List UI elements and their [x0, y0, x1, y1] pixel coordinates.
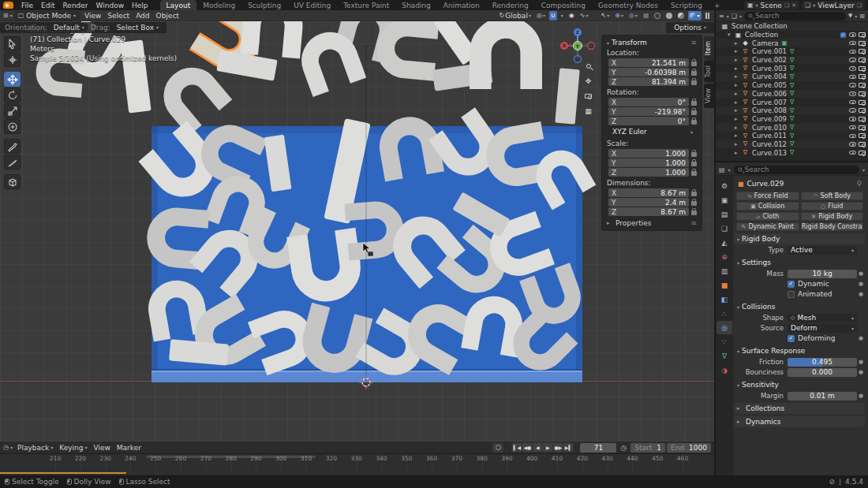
collisions-panel-header[interactable]: ▾Collisions [735, 301, 865, 312]
hide-eye-icon[interactable] [849, 50, 856, 54]
rotation-z-field[interactable]: Z0° [608, 117, 697, 125]
camera-view-icon[interactable] [582, 90, 594, 102]
zoom-view-icon[interactable] [582, 60, 594, 72]
menu-edit[interactable]: Edit [37, 1, 58, 10]
tab-sculpting[interactable]: Sculpting [241, 0, 287, 10]
editor-type-icon[interactable]: ⊞ [3, 12, 9, 19]
animate-dot[interactable]: ● [857, 270, 865, 277]
location-z-field[interactable]: Z81.394 m [608, 77, 697, 86]
dimensions-y-field[interactable]: Y2.4 m [608, 198, 697, 207]
disable-render-icon[interactable] [859, 74, 866, 79]
snap-settings-dropdown[interactable]: ▾ [559, 11, 565, 20]
network-offline-icon[interactable]: ⊘ [829, 478, 836, 486]
properties-editor-chevron[interactable]: ▾ [728, 167, 731, 173]
bounciness-slider[interactable]: 0.000 [788, 368, 857, 377]
current-frame-field[interactable]: 71 [580, 443, 616, 453]
tab-modeling[interactable]: Modeling [196, 0, 241, 10]
tab-rendering[interactable]: Rendering [486, 0, 535, 10]
properties-tab-collection[interactable]: ▥ [716, 264, 732, 278]
outliner-row-curve.008[interactable]: ▸∇Curve.008∇ [716, 106, 868, 115]
outliner-row-curve.006[interactable]: ▸∇Curve.006∇ [716, 90, 868, 99]
disable-render-icon[interactable] [859, 66, 866, 71]
disable-render-icon[interactable] [859, 133, 866, 138]
move-tool[interactable] [4, 72, 21, 87]
lock-icon[interactable] [691, 210, 697, 215]
play-button[interactable]: ▶ [543, 443, 552, 452]
outliner-row-curve.009[interactable]: ▸∇Curve.009∇ [716, 115, 868, 124]
animate-dot[interactable]: ● [857, 281, 865, 287]
outliner-row-curve.005[interactable]: ▸∇Curve.005∇ [716, 81, 868, 90]
cloth-button[interactable]: ▱Cloth [736, 212, 799, 221]
lock-icon[interactable] [691, 192, 697, 196]
timeline-menu-marker[interactable]: Marker [114, 444, 144, 452]
collections-panel-header[interactable]: ▸Collections [735, 403, 865, 414]
viewport-3d[interactable]: ⊞▾ □ Object Mode ▾ ViewSelectAddObject ↻… [0, 10, 714, 441]
animate-dot[interactable]: ● [857, 291, 865, 297]
properties-tab-object-data[interactable]: ∇ [716, 349, 732, 363]
surface-response-panel-header[interactable]: ▾Surface Response [735, 345, 865, 356]
timeline-menu-playback[interactable]: Playback▾ [14, 444, 56, 452]
curve-object[interactable] [164, 68, 226, 130]
lock-icon[interactable] [691, 120, 697, 125]
lock-icon[interactable] [691, 201, 697, 206]
outliner-row-curve.007[interactable]: ▸∇Curve.007∇ [716, 98, 868, 106]
disable-render-icon[interactable] [859, 49, 866, 54]
prev-keyframe-button[interactable]: ◀● [522, 443, 532, 452]
editor-type-chevron[interactable]: ▾ [10, 13, 13, 18]
dimensions-z-field[interactable]: Z8.67 m [608, 207, 697, 216]
proportional-editing-toggle[interactable]: ◉ [567, 11, 576, 20]
disable-render-icon[interactable] [859, 41, 866, 46]
tab-compositing[interactable]: Compositing [535, 0, 592, 10]
add-workspace-button[interactable]: + [710, 1, 724, 10]
viewport-menu-object[interactable]: Object [153, 12, 182, 20]
viewport-menu-view[interactable]: View [81, 12, 104, 20]
cursor-tool[interactable] [4, 52, 21, 67]
outliner-row-curve.010[interactable]: ▸∇Curve.010∇ [716, 123, 868, 132]
outliner-editor-chevron[interactable]: ▾ [727, 13, 729, 19]
lock-icon[interactable] [691, 171, 697, 176]
tab-geometry-nodes[interactable]: Geometry Nodes [592, 0, 664, 10]
outliner-row-collection[interactable]: ▾▣Collection✓ [716, 31, 868, 39]
hide-eye-icon[interactable] [849, 134, 856, 139]
sensitivity-panel-header[interactable]: ▾Sensitivity [735, 379, 865, 390]
scene-selector[interactable]: ▣▾ Scene ❏ ✕ [744, 1, 799, 9]
shading-material[interactable] [676, 11, 686, 20]
outliner-row-curve.004[interactable]: ▸∇Curve.004∇ [716, 73, 868, 81]
menu-render[interactable]: Render [59, 1, 92, 10]
timeline-editor-icon[interactable]: ◷ [3, 444, 9, 451]
hide-eye-icon[interactable] [849, 75, 856, 80]
outliner-row-curve.002[interactable]: ▸∇Curve.002∇ [716, 56, 868, 65]
lock-icon[interactable] [691, 80, 697, 85]
scale-z-field[interactable]: Z1.000 [608, 168, 697, 177]
disable-render-icon[interactable] [859, 100, 866, 105]
animated-checkbox[interactable]: ✓ [788, 291, 795, 298]
outliner-row-curve.003[interactable]: ▸∇Curve.003∇ [716, 64, 868, 73]
exclude-checkbox[interactable]: ✓ [840, 32, 846, 37]
animate-dot[interactable]: ● [857, 335, 865, 341]
jump-to-end-button[interactable]: ▶▍ [563, 443, 573, 452]
outliner-row-camera[interactable]: ▸◆Camera▣ [716, 39, 868, 47]
toggle-orthographic-icon[interactable]: ▦ [582, 105, 594, 117]
hide-eye-icon[interactable] [849, 125, 856, 130]
disable-render-icon[interactable] [859, 108, 866, 113]
disable-render-icon[interactable] [859, 58, 866, 62]
curve-object[interactable] [481, 28, 531, 89]
sidebar-tab-item[interactable]: Item [704, 36, 714, 60]
dynamic-paint-button[interactable]: ✎Dynamic Paint [736, 222, 799, 231]
properties-search-input[interactable]: Search [734, 166, 859, 174]
properties-tab-particles[interactable]: ∴ [716, 307, 732, 320]
hide-eye-icon[interactable] [849, 117, 856, 121]
settings-panel-header[interactable]: ▾Settings [735, 257, 865, 268]
rotation-x-field[interactable]: X0° [608, 98, 697, 106]
outliner-row-curve.011[interactable]: ▸∇Curve.011∇ [716, 132, 868, 140]
disable-render-icon[interactable] [859, 32, 866, 37]
hide-eye-icon[interactable] [849, 83, 856, 88]
properties-tab-scene[interactable]: ◭ [716, 236, 732, 249]
sidebar-tab-view[interactable]: View [704, 84, 714, 108]
blender-logo-icon[interactable] [3, 2, 13, 9]
disable-render-icon[interactable] [859, 142, 866, 147]
snap-toggle[interactable]: ∪ [549, 11, 557, 20]
viewport-menu-add[interactable]: Add [133, 12, 152, 20]
disable-render-icon[interactable] [859, 125, 866, 130]
auto-keying-toggle[interactable] [492, 443, 503, 453]
